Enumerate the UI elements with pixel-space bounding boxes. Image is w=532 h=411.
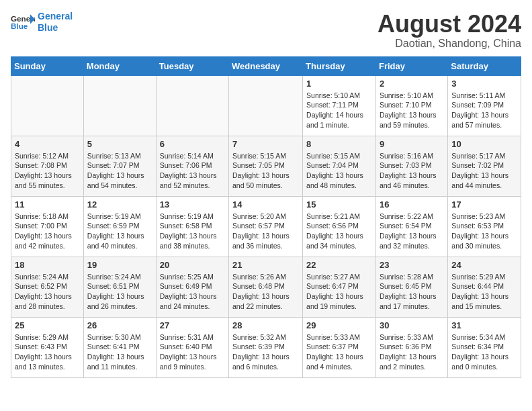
calendar-cell: 30Sunrise: 5:33 AM Sunset: 6:36 PM Dayli… — [375, 317, 447, 377]
weekday-header-saturday: Saturday — [448, 56, 521, 75]
day-number: 3 — [451, 79, 517, 89]
day-number: 9 — [380, 139, 444, 149]
day-info: Sunrise: 5:13 AM Sunset: 7:07 PM Dayligh… — [87, 151, 152, 191]
day-info: Sunrise: 5:34 AM Sunset: 6:34 PM Dayligh… — [451, 332, 517, 372]
day-info: Sunrise: 5:21 AM Sunset: 6:56 PM Dayligh… — [306, 212, 372, 251]
weekday-header-tuesday: Tuesday — [156, 56, 228, 75]
calendar-week-row: 1Sunrise: 5:10 AM Sunset: 7:11 PM Daylig… — [11, 75, 521, 136]
calendar-cell: 17Sunrise: 5:23 AM Sunset: 6:53 PM Dayli… — [448, 196, 521, 257]
calendar-cell: 24Sunrise: 5:29 AM Sunset: 6:44 PM Dayli… — [448, 257, 521, 317]
weekday-header-thursday: Thursday — [303, 56, 376, 75]
day-number: 10 — [451, 139, 517, 149]
day-number: 27 — [160, 320, 225, 330]
month-year-title: August 2024 — [378, 11, 521, 38]
weekday-header-friday: Friday — [375, 56, 447, 75]
day-number: 12 — [87, 199, 152, 210]
calendar-cell: 25Sunrise: 5:29 AM Sunset: 6:43 PM Dayli… — [11, 317, 84, 377]
day-info: Sunrise: 5:20 AM Sunset: 6:57 PM Dayligh… — [232, 212, 299, 251]
calendar-cell: 21Sunrise: 5:26 AM Sunset: 6:48 PM Dayli… — [229, 257, 303, 317]
calendar-cell: 9Sunrise: 5:16 AM Sunset: 7:03 PM Daylig… — [375, 136, 447, 196]
day-info: Sunrise: 5:15 AM Sunset: 7:04 PM Dayligh… — [306, 151, 372, 191]
title-block: August 2024 Daotian, Shandong, China — [378, 11, 521, 50]
calendar-cell: 16Sunrise: 5:22 AM Sunset: 6:54 PM Dayli… — [375, 196, 447, 257]
day-info: Sunrise: 5:30 AM Sunset: 6:41 PM Dayligh… — [87, 332, 152, 372]
day-number: 26 — [87, 320, 152, 330]
day-number: 11 — [15, 199, 80, 210]
day-info: Sunrise: 5:10 AM Sunset: 7:10 PM Dayligh… — [380, 91, 444, 130]
day-info: Sunrise: 5:11 AM Sunset: 7:09 PM Dayligh… — [451, 91, 517, 130]
day-info: Sunrise: 5:29 AM Sunset: 6:44 PM Dayligh… — [451, 272, 517, 312]
day-info: Sunrise: 5:19 AM Sunset: 6:58 PM Dayligh… — [160, 212, 225, 251]
day-info: Sunrise: 5:15 AM Sunset: 7:05 PM Dayligh… — [232, 151, 299, 191]
page-header: General Blue GeneralBlue August 2024 Dao… — [11, 11, 521, 50]
day-info: Sunrise: 5:33 AM Sunset: 6:37 PM Dayligh… — [306, 332, 372, 372]
calendar-cell: 31Sunrise: 5:34 AM Sunset: 6:34 PM Dayli… — [448, 317, 521, 377]
weekday-header-wednesday: Wednesday — [229, 56, 303, 75]
day-number: 29 — [306, 320, 372, 330]
logo-text: GeneralBlue — [38, 11, 73, 34]
day-info: Sunrise: 5:32 AM Sunset: 6:39 PM Dayligh… — [232, 332, 299, 372]
day-info: Sunrise: 5:24 AM Sunset: 6:52 PM Dayligh… — [15, 272, 80, 312]
day-number: 1 — [306, 79, 372, 89]
day-number: 4 — [15, 139, 80, 149]
calendar-table: SundayMondayTuesdayWednesdayThursdayFrid… — [11, 56, 521, 378]
day-info: Sunrise: 5:12 AM Sunset: 7:08 PM Dayligh… — [15, 151, 80, 191]
calendar-cell: 10Sunrise: 5:17 AM Sunset: 7:02 PM Dayli… — [448, 136, 521, 196]
calendar-cell: 1Sunrise: 5:10 AM Sunset: 7:11 PM Daylig… — [303, 75, 376, 136]
day-number: 13 — [160, 199, 225, 210]
location-subtitle: Daotian, Shandong, China — [378, 38, 521, 50]
calendar-cell: 5Sunrise: 5:13 AM Sunset: 7:07 PM Daylig… — [83, 136, 156, 196]
day-info: Sunrise: 5:29 AM Sunset: 6:43 PM Dayligh… — [15, 332, 80, 372]
day-info: Sunrise: 5:27 AM Sunset: 6:47 PM Dayligh… — [306, 272, 372, 312]
day-number: 19 — [87, 260, 152, 270]
calendar-cell: 3Sunrise: 5:11 AM Sunset: 7:09 PM Daylig… — [448, 75, 521, 136]
calendar-cell: 7Sunrise: 5:15 AM Sunset: 7:05 PM Daylig… — [229, 136, 303, 196]
day-info: Sunrise: 5:24 AM Sunset: 6:51 PM Dayligh… — [87, 272, 152, 312]
day-info: Sunrise: 5:23 AM Sunset: 6:53 PM Dayligh… — [451, 212, 517, 251]
day-number: 18 — [15, 260, 80, 270]
calendar-cell — [83, 75, 156, 136]
day-info: Sunrise: 5:14 AM Sunset: 7:06 PM Dayligh… — [160, 151, 225, 191]
day-number: 6 — [160, 139, 225, 149]
svg-text:Blue: Blue — [11, 21, 28, 30]
day-info: Sunrise: 5:17 AM Sunset: 7:02 PM Dayligh… — [451, 151, 517, 191]
calendar-cell: 12Sunrise: 5:19 AM Sunset: 6:59 PM Dayli… — [83, 196, 156, 257]
day-number: 21 — [232, 260, 299, 270]
calendar-cell: 27Sunrise: 5:31 AM Sunset: 6:40 PM Dayli… — [156, 317, 228, 377]
day-info: Sunrise: 5:19 AM Sunset: 6:59 PM Dayligh… — [87, 212, 152, 251]
day-info: Sunrise: 5:10 AM Sunset: 7:11 PM Dayligh… — [306, 91, 372, 130]
calendar-cell: 11Sunrise: 5:18 AM Sunset: 7:00 PM Dayli… — [11, 196, 84, 257]
calendar-cell: 29Sunrise: 5:33 AM Sunset: 6:37 PM Dayli… — [303, 317, 376, 377]
day-number: 22 — [306, 260, 372, 270]
day-number: 16 — [380, 199, 444, 210]
calendar-cell: 8Sunrise: 5:15 AM Sunset: 7:04 PM Daylig… — [303, 136, 376, 196]
weekday-header-row: SundayMondayTuesdayWednesdayThursdayFrid… — [11, 56, 521, 75]
calendar-cell: 2Sunrise: 5:10 AM Sunset: 7:10 PM Daylig… — [375, 75, 447, 136]
day-info: Sunrise: 5:18 AM Sunset: 7:00 PM Dayligh… — [15, 212, 80, 251]
calendar-week-row: 11Sunrise: 5:18 AM Sunset: 7:00 PM Dayli… — [11, 196, 521, 257]
calendar-cell: 19Sunrise: 5:24 AM Sunset: 6:51 PM Dayli… — [83, 257, 156, 317]
day-number: 2 — [380, 79, 444, 89]
day-number: 24 — [451, 260, 517, 270]
calendar-cell: 13Sunrise: 5:19 AM Sunset: 6:58 PM Dayli… — [156, 196, 228, 257]
logo: General Blue GeneralBlue — [11, 11, 73, 34]
day-number: 5 — [87, 139, 152, 149]
calendar-cell — [229, 75, 303, 136]
calendar-week-row: 4Sunrise: 5:12 AM Sunset: 7:08 PM Daylig… — [11, 136, 521, 196]
calendar-cell: 15Sunrise: 5:21 AM Sunset: 6:56 PM Dayli… — [303, 196, 376, 257]
calendar-cell — [156, 75, 228, 136]
day-info: Sunrise: 5:33 AM Sunset: 6:36 PM Dayligh… — [380, 332, 444, 372]
calendar-cell: 14Sunrise: 5:20 AM Sunset: 6:57 PM Dayli… — [229, 196, 303, 257]
calendar-cell: 4Sunrise: 5:12 AM Sunset: 7:08 PM Daylig… — [11, 136, 84, 196]
calendar-cell: 28Sunrise: 5:32 AM Sunset: 6:39 PM Dayli… — [229, 317, 303, 377]
day-number: 31 — [451, 320, 517, 330]
day-info: Sunrise: 5:22 AM Sunset: 6:54 PM Dayligh… — [380, 212, 444, 251]
day-number: 25 — [15, 320, 80, 330]
calendar-cell — [11, 75, 84, 136]
calendar-cell: 6Sunrise: 5:14 AM Sunset: 7:06 PM Daylig… — [156, 136, 228, 196]
day-number: 23 — [380, 260, 444, 270]
calendar-cell: 23Sunrise: 5:28 AM Sunset: 6:45 PM Dayli… — [375, 257, 447, 317]
day-number: 17 — [451, 199, 517, 210]
weekday-header-sunday: Sunday — [11, 56, 84, 75]
day-info: Sunrise: 5:31 AM Sunset: 6:40 PM Dayligh… — [160, 332, 225, 372]
